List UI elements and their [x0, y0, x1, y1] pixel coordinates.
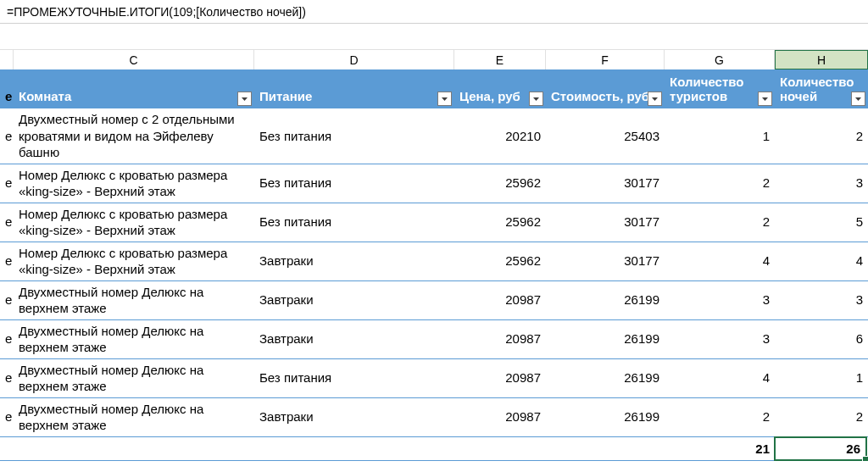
row-stub: е [0, 242, 14, 280]
row-stub: е [0, 320, 14, 358]
filter-dropdown-icon[interactable] [237, 92, 252, 106]
th-meal: Питание [254, 86, 454, 108]
col-header-d[interactable]: D [254, 50, 454, 69]
row-stub: е [0, 203, 14, 242]
cell-nights[interactable]: 3 [775, 164, 868, 203]
filter-dropdown-icon[interactable] [851, 92, 865, 106]
cell-nights[interactable]: 2 [775, 398, 868, 436]
table-row: еНомер Делюкс с кроватью размера «king-s… [0, 164, 868, 203]
cell-price[interactable]: 25962 [454, 203, 546, 242]
cell-room[interactable]: Двухместный номер Делюкс на верхнем этаж… [14, 398, 254, 436]
totals-price [454, 437, 546, 461]
cell-meal[interactable]: Завтраки [254, 242, 454, 280]
cell-nights[interactable]: 6 [775, 320, 868, 358]
table-row: еНомер Делюкс с кроватью размера «king-s… [0, 242, 868, 281]
table-row: еНомер Делюкс с кроватью размера «king-s… [0, 203, 868, 242]
cell-cost[interactable]: 26199 [546, 359, 665, 397]
th-room-label: Комната [19, 89, 71, 103]
cell-tourists[interactable]: 4 [665, 242, 775, 280]
cell-cost[interactable]: 30177 [546, 164, 665, 203]
cell-tourists[interactable]: 2 [665, 398, 775, 436]
cell-tourists[interactable]: 4 [665, 359, 775, 397]
th-room: Комната [14, 86, 254, 108]
cell-nights[interactable]: 5 [775, 203, 868, 242]
filter-dropdown-icon[interactable] [758, 92, 772, 106]
cell-room[interactable]: Номер Делюкс с кроватью размера «king-si… [14, 242, 254, 280]
cell-cost[interactable]: 25403 [546, 108, 665, 164]
totals-meal [254, 437, 454, 461]
cell-meal[interactable]: Без питания [254, 359, 454, 397]
table-row: еДвухместный номер Делюкс на верхнем эта… [0, 320, 868, 359]
table-row: еДвухместный номер Делюкс на верхнем эта… [0, 281, 868, 320]
col-header-h[interactable]: H [775, 50, 868, 69]
cell-tourists[interactable]: 3 [665, 320, 775, 358]
col-header-e[interactable]: E [454, 50, 546, 69]
cell-nights[interactable]: 2 [775, 108, 868, 164]
cell-tourists[interactable]: 1 [665, 108, 775, 164]
column-headers: C D E F G H [0, 49, 868, 69]
totals-stub [0, 437, 14, 461]
row-stub: е [0, 281, 14, 319]
cell-tourists[interactable]: 2 [665, 203, 775, 242]
cell-room[interactable]: Номер Делюкс с кроватью размера «king-si… [14, 203, 254, 242]
cell-cost[interactable]: 30177 [546, 242, 665, 280]
totals-nights[interactable]: 26 [774, 436, 867, 462]
totals-tourists[interactable]: 21 [665, 437, 775, 461]
row-stub: е [0, 398, 14, 436]
totals-room [14, 437, 254, 461]
th-stub: е [0, 86, 14, 108]
cell-room[interactable]: Двухместный номер с 2 отдельными кроватя… [14, 108, 254, 164]
th-cost: Стоимость, руб [546, 86, 665, 108]
cell-room[interactable]: Двухместный номер Делюкс на верхнем этаж… [14, 281, 254, 319]
cell-price[interactable]: 25962 [454, 242, 546, 280]
cell-cost[interactable]: 26199 [546, 320, 665, 358]
col-header-c[interactable]: C [14, 50, 254, 69]
totals-row: 21 26 [0, 437, 868, 462]
cell-room[interactable]: Двухместный номер Делюкс на верхнем этаж… [14, 359, 254, 397]
formula-text: =ПРОМЕЖУТОЧНЫЕ.ИТОГИ(109;[Количество ноч… [7, 5, 306, 19]
cell-price[interactable]: 20987 [454, 359, 546, 397]
cell-price[interactable]: 20987 [454, 398, 546, 436]
cell-nights[interactable]: 4 [775, 242, 868, 280]
th-meal-label: Питание [259, 89, 312, 103]
cell-meal[interactable]: Завтраки [254, 281, 454, 319]
table-row: еДвухместный номер Делюкс на верхнем эта… [0, 359, 868, 398]
cell-nights[interactable]: 1 [775, 359, 868, 397]
cell-price[interactable]: 20210 [454, 108, 546, 164]
cell-room[interactable]: Номер Делюкс с кроватью размера «king-si… [14, 164, 254, 203]
cell-cost[interactable]: 26199 [546, 281, 665, 319]
formula-bar[interactable]: =ПРОМЕЖУТОЧНЫЕ.ИТОГИ(109;[Количество ноч… [0, 0, 868, 24]
cell-price[interactable]: 20987 [454, 281, 546, 319]
col-header-b[interactable] [0, 50, 14, 69]
cell-meal[interactable]: Без питания [254, 108, 454, 164]
filter-dropdown-icon[interactable] [437, 92, 452, 106]
cell-meal[interactable]: Без питания [254, 164, 454, 203]
filter-dropdown-icon[interactable] [648, 92, 662, 106]
cell-nights[interactable]: 3 [775, 281, 868, 319]
cell-price[interactable]: 20987 [454, 320, 546, 358]
cell-meal[interactable]: Без питания [254, 203, 454, 242]
cell-cost[interactable]: 26199 [546, 398, 665, 436]
th-price: Цена, руб [454, 86, 546, 108]
th-nights: Количество ночей [775, 72, 868, 108]
col-header-g[interactable]: G [665, 50, 775, 69]
cell-tourists[interactable]: 2 [665, 164, 775, 203]
table-body: еДвухместный номер с 2 отдельными кроват… [0, 108, 868, 437]
table-header-row: е Комната Питание Цена, руб Стоимость, р… [0, 69, 868, 108]
col-header-f[interactable]: F [546, 50, 665, 69]
cell-price[interactable]: 25962 [454, 164, 546, 203]
th-tourists-label: Количество туристов [670, 75, 770, 103]
cell-meal[interactable]: Завтраки [254, 320, 454, 358]
cell-room[interactable]: Двухместный номер Делюкс на верхнем этаж… [14, 320, 254, 358]
row-stub: е [0, 164, 14, 203]
th-cost-label: Стоимость, руб [551, 89, 649, 103]
filter-dropdown-icon[interactable] [529, 92, 543, 106]
th-price-label: Цена, руб [459, 89, 520, 103]
cell-cost[interactable]: 30177 [546, 203, 665, 242]
table-row: еДвухместный номер Делюкс на верхнем эта… [0, 398, 868, 437]
cell-meal[interactable]: Завтраки [254, 398, 454, 436]
th-tourists: Количество туристов [665, 72, 775, 108]
data-table: е Комната Питание Цена, руб Стоимость, р… [0, 69, 868, 461]
table-row: еДвухместный номер с 2 отдельными кроват… [0, 108, 868, 164]
cell-tourists[interactable]: 3 [665, 281, 775, 319]
